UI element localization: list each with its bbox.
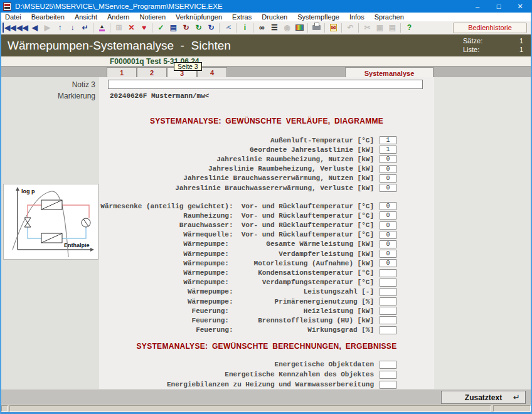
fast-back-icon[interactable]: ◀◀ [16,22,28,33]
confirm-check-icon[interactable]: ✓ [154,22,167,33]
menu-systempflege[interactable]: Systempflege [292,13,344,21]
form-row: Wärmepumpe: Primärenergienutzung [%] [99,297,434,306]
expansion-valve [24,218,31,223]
row-value-input[interactable] [380,288,396,296]
print-icon[interactable] [310,22,322,33]
refresh-green-icon[interactable]: ↻ [192,22,205,33]
row-value-input[interactable]: 0 [380,202,396,210]
menu-datei[interactable]: Datei [0,13,26,21]
application-window: D:\MSEU25\MSERVICE\_MService_Programm\MS… [0,0,532,414]
window-border-left [0,13,1,414]
notiz3-input[interactable] [108,80,423,89]
eye-icon[interactable]: ◉ [280,22,293,33]
row-value-input[interactable] [380,316,396,324]
row-label: Wärmepumpe: Gesamte Wärmeleistung [kW] [183,240,374,248]
delete-icon[interactable]: ✕ [125,22,137,33]
disconnect-icon[interactable]: -< [221,22,234,33]
bedienhistorie-button[interactable]: Bedienhistorie [453,23,527,33]
menu-verknuepfungen[interactable]: Verknüpfungen [171,13,227,21]
row-value-input[interactable] [380,326,396,334]
markierung-label: Markierung [0,92,95,100]
up-icon[interactable]: ↑ [53,22,66,33]
record-line: F000001q Test 5-31.06.24 [0,56,532,66]
row-label: Außenluft-Temperatur [°C] [270,137,374,144]
form-row: Geordnete Jahreslastlinie [kW] 1 [99,145,434,154]
row-value-input[interactable] [380,279,396,287]
menu-notieren[interactable]: Notieren [134,13,171,21]
enter-icon[interactable]: ↵ [78,22,91,33]
tree-view-icon[interactable]: ⊞ [112,22,125,33]
toolbar-separator [339,22,344,33]
menu-ansicht[interactable]: Ansicht [70,13,102,21]
row-value-input[interactable] [380,361,396,369]
toolbar-separator [322,22,327,33]
row-value-input[interactable]: 1 [380,136,396,144]
palette-icon[interactable] [293,22,306,33]
row-value-input[interactable]: 0 [380,174,396,183]
right-panel [434,77,532,389]
mail-icon[interactable]: ✉ [327,22,339,33]
row-value-input[interactable]: 0 [380,259,396,267]
minimize-button[interactable]: – [467,0,488,13]
row-value-input[interactable]: 1 [380,146,396,154]
cut-icon[interactable]: ✂ [361,22,373,33]
row-value-input[interactable]: 0 [380,221,396,230]
tab-page-2[interactable]: 2 [137,67,167,78]
import-stamp-icon[interactable]: ▲ [95,22,108,33]
menu-bearbeiten[interactable]: Bearbeiten [26,13,70,21]
favorite-heart-icon[interactable]: ♥ [137,22,150,33]
undo-icon[interactable]: ↶ [344,22,356,33]
row-label: Wärmepumpe: Leistungszahl [-] [188,288,374,295]
close-button[interactable]: ✕ [509,0,531,13]
row-value-input[interactable] [380,381,396,389]
row-value-input[interactable]: 0 [380,211,396,220]
next-record-icon[interactable]: ▶ [41,22,53,33]
form-row: Feuerung: Heizleistung [kW] [99,306,434,316]
info-icon[interactable]: i [238,22,251,33]
refresh-red-icon[interactable]: ↻ [179,22,192,33]
maximize-button[interactable]: □ [488,0,509,13]
saetze-value: 1 [519,36,523,45]
row-label: Feuerung: Brennstoffleistung (HU) [kW] [192,317,374,324]
notiz3-label: Notiz 3 [0,80,95,89]
row-value-input[interactable]: 0 [380,250,396,258]
row-label: Raumheizung: Vor- und Rücklauftemperatur… [183,212,374,220]
menu-bar: DateiBearbeitenAnsichtÄndernNotierenVerk… [0,13,532,21]
window-title: D:\MSEU25\MSERVICE\_MService_Programm\MS… [15,3,467,10]
toolbar-separator [356,22,361,33]
previous-record-icon[interactable]: ◀ [28,22,41,33]
row-value-input[interactable] [380,297,396,305]
refresh-blue-icon[interactable]: ↻ [205,22,217,33]
row-value-input[interactable] [380,371,396,379]
row-label: Wärmepumpe: Motorleistung (Aufnahme) [kW… [183,260,374,267]
zusatztext-button[interactable]: Zusatztext ↵ [441,391,526,404]
list-icon[interactable]: ☰ [268,22,280,33]
row-label: Jahreslinie Raumbeheizung, Nutzen [kW] [216,156,374,163]
copy-icon[interactable]: ▣ [373,22,386,33]
menu-drucken[interactable]: Drucken [257,13,292,21]
row-value-input[interactable] [380,269,396,277]
row-value-input[interactable]: 0 [380,240,396,248]
form-view-icon[interactable]: ▤ [167,22,179,33]
help-icon[interactable]: ? [403,22,415,33]
liste-label: Liste: [463,45,479,54]
row-label: Wärmepumpe: Verdampfungstemperatur [°C] [183,279,374,286]
paste-icon[interactable]: ▤ [386,22,398,33]
tab-page-1[interactable]: 1 [107,67,137,78]
down-icon[interactable]: ↓ [66,22,78,33]
binoculars-search-icon[interactable]: ∞ [255,22,268,33]
row-value-input[interactable] [380,307,396,315]
menu-infos[interactable]: Infos [344,13,370,21]
row-value-input[interactable]: 0 [380,165,396,173]
toolbar-separator [91,22,95,33]
menu-extras[interactable]: Extras [227,13,257,21]
menu-aendern[interactable]: Ändern [102,13,134,21]
menu-sprachen[interactable]: Sprachen [370,13,409,21]
row-value-input[interactable]: 0 [380,184,396,192]
first-record-icon[interactable]: ◀◀ [3,22,16,33]
row-label: Energiebilanzen zu Heizung und Warmwasse… [167,381,374,388]
toolbar: ◀◀◀◀◀▶↑↓↵▲⊞✕♥✓▤↻↻↻-<i∞☰◉✉↶✂▣▤? Bedienhis… [0,21,532,34]
row-value-input[interactable]: 0 [380,155,396,163]
toolbar-separator [150,22,154,33]
row-value-input[interactable]: 0 [380,231,396,239]
